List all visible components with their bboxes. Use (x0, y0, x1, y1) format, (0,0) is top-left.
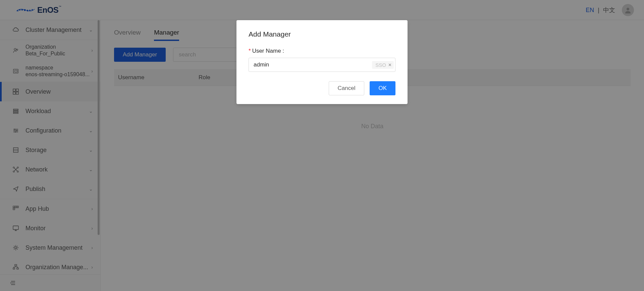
username-input-wrap[interactable]: SSO ✕ (249, 58, 395, 72)
tag-text: SSO (375, 62, 386, 68)
sso-tag: SSO ✕ (372, 61, 394, 69)
modal-title: Add Manager (249, 30, 395, 38)
close-icon[interactable]: ✕ (388, 62, 392, 67)
username-input[interactable] (254, 61, 372, 68)
add-manager-modal: Add Manager *User Name : SSO ✕ Cancel OK (236, 20, 408, 104)
ok-button[interactable]: OK (370, 81, 395, 95)
modal-footer: Cancel OK (249, 81, 395, 95)
cancel-button[interactable]: Cancel (329, 81, 365, 95)
username-label: *User Name : (249, 48, 395, 54)
required-star: * (249, 48, 251, 54)
